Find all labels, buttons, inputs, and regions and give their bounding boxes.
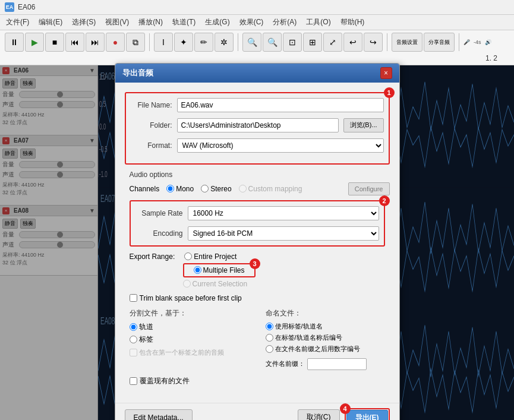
menu-analyze[interactable]: 分析(A) (269, 16, 300, 29)
loop-button[interactable]: ⧉ (126, 33, 145, 52)
trim-checkbox[interactable] (130, 294, 137, 302)
split-section: 分割文件，基于： 轨道 标签 (125, 308, 390, 370)
multiple-files-option[interactable]: Multiple Files (194, 266, 245, 274)
numbering-after-radio[interactable] (266, 334, 273, 342)
stereo-option[interactable]: Stereo (201, 185, 231, 193)
fit-track-button[interactable]: ⤢ (323, 33, 342, 52)
menu-help[interactable]: 帮助(H) (337, 16, 368, 29)
zoom-controls: 🔍 🔍 ⊡ ⊞ ⤢ ↩ ↪ (242, 33, 383, 52)
separator-4 (459, 33, 459, 51)
dialog-titlebar: 导出音频 × (115, 64, 399, 83)
menu-select[interactable]: 选择(S) (68, 16, 99, 29)
multi-tool[interactable]: ✲ (215, 33, 234, 52)
overwrite-label: 覆盖现有的文件 (140, 376, 190, 386)
menu-file[interactable]: 文件(F) (2, 16, 33, 29)
menu-generate[interactable]: 生成(G) (201, 16, 233, 29)
pause-button[interactable]: ⏸ (5, 33, 24, 52)
custom-option[interactable]: Custom mapping (239, 185, 302, 193)
folder-input[interactable] (177, 118, 339, 132)
configure-button[interactable]: Configure (348, 182, 390, 195)
dialog-body: 1 File Name: Folder: 浏览(B)... Forma (115, 83, 399, 403)
use-track-name-option[interactable]: 使用标签/轨道名 (266, 322, 390, 331)
numbering-prefix-radio[interactable] (266, 345, 273, 353)
menu-edit[interactable]: 编辑(E) (35, 16, 66, 29)
entire-project-radio[interactable] (184, 252, 192, 260)
footer-left: Edit Metadata... (125, 409, 193, 421)
overwrite-checkbox[interactable] (130, 377, 137, 385)
cancel-button[interactable]: 取消(C) (298, 409, 340, 421)
include-audio-row: 包含在第一个标签之前的音频 (130, 348, 254, 357)
stop-button[interactable]: ■ (45, 33, 64, 52)
tool-controls: I ✦ ✏ ✲ (154, 33, 234, 52)
envelope-tool[interactable]: ✦ (174, 33, 193, 52)
zoom-in-button[interactable]: 🔍 (242, 33, 261, 52)
box-number-2: 2 (379, 195, 390, 206)
record-button[interactable]: ● (106, 33, 125, 52)
filename-label: File Name: (131, 101, 172, 109)
separator-3 (387, 33, 387, 51)
skip-end-button[interactable]: ⏭ (86, 33, 105, 52)
fit-project-button[interactable]: ⊡ (283, 33, 302, 52)
numbering-prefix-option[interactable]: 在文件名前缀之后用数字编号 (266, 345, 390, 353)
track-basis-option[interactable]: 轨道 (130, 322, 254, 332)
format-select[interactable]: WAV (Microsoft) (177, 138, 384, 153)
split-title-left: 分割文件，基于： (130, 308, 254, 318)
export-button[interactable]: 导出(E) (346, 410, 388, 421)
main-toolbar: ⏸ ▶ ■ ⏮ ⏭ ● ⧉ I ✦ ✏ ✲ 🔍 🔍 ⊡ ⊞ ⤢ ↩ ↪ 音频设置… (0, 30, 514, 65)
mono-option[interactable]: Mono (166, 185, 194, 193)
share-audio-button[interactable]: 分享音频 (424, 33, 455, 52)
mono-radio[interactable] (166, 185, 174, 192)
sample-rate-row: Sample Rate 16000 Hz (135, 206, 379, 220)
encoding-row: Encoding Signed 16-bit PCM (135, 226, 379, 241)
separator-1 (149, 33, 150, 51)
filename-row: File Name: (131, 98, 384, 112)
current-selection-radio (183, 280, 191, 288)
browse-button[interactable]: 浏览(B)... (343, 118, 384, 132)
folder-label: Folder: (131, 121, 172, 130)
sample-rate-select[interactable]: 16000 Hz (188, 206, 379, 220)
zoom-out-button[interactable]: 🔍 (263, 33, 282, 52)
menu-tools[interactable]: 工具(O) (302, 16, 334, 29)
sample-rate-label: Sample Rate (135, 209, 183, 217)
draw-tool[interactable]: ✏ (194, 33, 213, 52)
redo-button[interactable]: ↪ (364, 33, 383, 52)
numbering-prefix-label: 在文件名前缀之后用数字编号 (275, 345, 360, 353)
menu-effect[interactable]: 效果(C) (236, 16, 267, 29)
transport-controls: ⏸ ▶ ■ ⏮ ⏭ ● ⧉ (5, 33, 145, 52)
app-icon: EA (5, 2, 14, 12)
use-track-name-radio[interactable] (266, 323, 273, 330)
box-number-3: 3 (250, 258, 260, 269)
menu-bar: 文件(F) 编辑(E) 选择(S) 视图(V) 播放(N) 轨道(T) 生成(G… (0, 15, 514, 30)
entire-project-option[interactable]: Entire Project (184, 252, 236, 261)
zoom-sel-button[interactable]: ⊞ (303, 33, 322, 52)
menu-tracks[interactable]: 轨道(T) (169, 16, 199, 29)
stereo-radio[interactable] (201, 185, 209, 192)
box-number-4: 4 (340, 403, 351, 414)
menu-transport[interactable]: 播放(N) (135, 16, 166, 29)
dialog-footer: Edit Metadata... 取消(C) 4 导出(E) (115, 403, 399, 421)
custom-radio (239, 185, 247, 192)
naming-options: 使用标签/轨道名 在标签/轨道名称后编号 在文件名前缀之后用数字编号 (266, 322, 390, 370)
label-basis-radio[interactable] (130, 336, 137, 343)
cursor-tool[interactable]: I (154, 33, 173, 52)
numbering-after-option[interactable]: 在标签/轨道名称后编号 (266, 333, 390, 342)
skip-start-button[interactable]: ⏮ (65, 33, 84, 52)
current-selection-option[interactable]: Current Selection (183, 280, 248, 288)
play-button[interactable]: ▶ (25, 33, 44, 52)
audio-setup-button[interactable]: 音频设置 (392, 33, 422, 52)
filename-prefix-row: 文件名前缀： (266, 358, 390, 370)
menu-view[interactable]: 视图(V) (102, 16, 133, 29)
filename-input[interactable] (177, 98, 384, 112)
encoding-select[interactable]: Signed 16-bit PCM (188, 226, 379, 241)
file-settings-box: 1 File Name: Folder: 浏览(B)... Forma (125, 92, 390, 165)
undo-button[interactable]: ↩ (343, 33, 362, 52)
track-basis-radio[interactable] (130, 323, 137, 331)
prefix-input[interactable] (307, 358, 367, 370)
multiple-files-radio[interactable] (194, 266, 201, 274)
label-basis-option[interactable]: 标签 (130, 334, 254, 345)
edit-metadata-button[interactable]: Edit Metadata... (125, 409, 193, 421)
dialog-title: 导出音频 (122, 68, 153, 78)
dialog-close-button[interactable]: × (380, 67, 392, 79)
separator-2 (238, 33, 238, 51)
entire-project-label: Entire Project (194, 252, 236, 261)
